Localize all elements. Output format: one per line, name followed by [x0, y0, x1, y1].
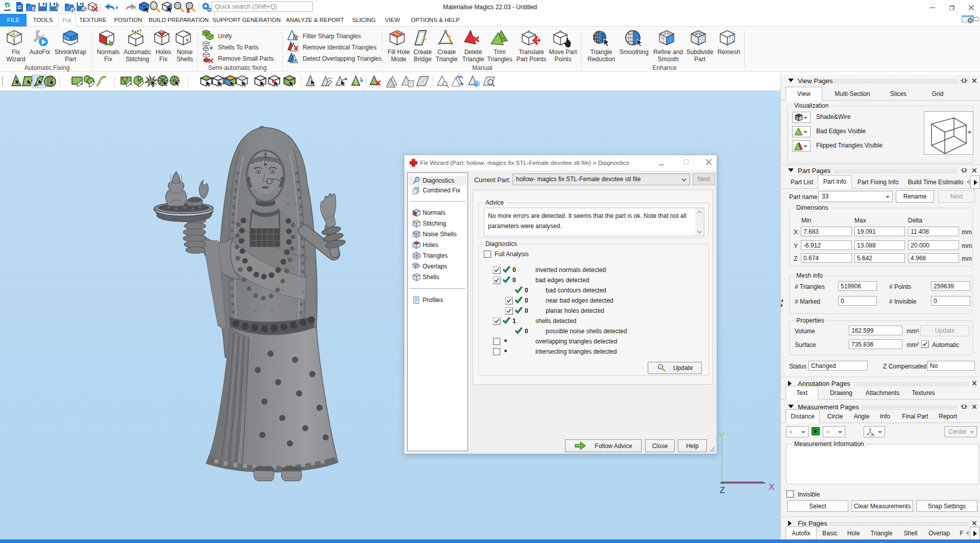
svg-text:X: X — [769, 482, 774, 492]
svg-text:Z: Z — [720, 485, 725, 495]
svg-text:XYZ: XYZ — [870, 434, 875, 437]
